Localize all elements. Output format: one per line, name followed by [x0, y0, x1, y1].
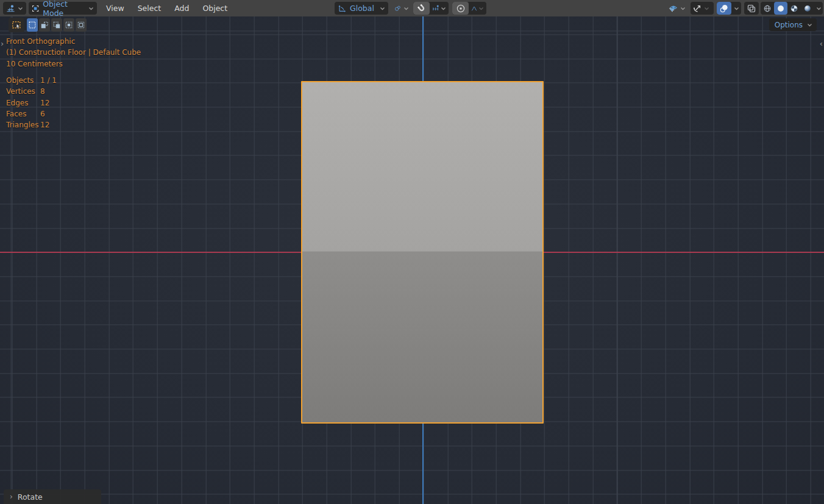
header-menus: View Select Add Object [99, 0, 234, 16]
panel-expand-chevron[interactable]: › [10, 492, 13, 501]
box-select-tool-icon [12, 20, 21, 30]
shading-rendered-button[interactable] [801, 2, 814, 15]
grid-scale-label: 10 Centimeters [6, 59, 141, 69]
options-label: Options [773, 21, 804, 29]
material-preview-icon [790, 4, 798, 13]
active-tool-button[interactable] [9, 18, 24, 32]
viewport-shading-group [761, 2, 823, 15]
shading-dropdown[interactable] [814, 2, 823, 15]
select-mode-subtract[interactable] [51, 18, 62, 32]
solid-icon [776, 4, 785, 13]
menu-add[interactable]: Add [168, 0, 196, 16]
chevron-down-icon [380, 7, 385, 10]
transform-orientation-dropdown[interactable]: Global [335, 2, 388, 15]
snap-with-dropdown[interactable] [430, 2, 449, 15]
proportional-editing-group [452, 2, 486, 15]
pivot-point-dropdown[interactable] [391, 2, 412, 15]
select-mode-group [27, 18, 87, 32]
toggle-xray-icon [747, 4, 756, 13]
show-overlays-toggle[interactable] [717, 2, 731, 15]
overlays-icon [719, 4, 729, 13]
stat-vertices: Vertices 8 [6, 86, 57, 97]
object-visibility-dropdown[interactable] [666, 2, 689, 15]
chevron-down-icon [807, 23, 812, 27]
magnet-icon [417, 4, 427, 13]
stat-triangles: Triangles 12 [6, 119, 57, 130]
view-name-label: Front Orthographic [6, 36, 141, 47]
select-intersect-icon [77, 21, 85, 29]
3d-viewport-canvas[interactable]: Options Front Orthographic (1) Construct… [0, 16, 824, 504]
select-mode-invert[interactable] [63, 18, 74, 32]
blender-window: Object Mode View Select Add Object Globa… [0, 0, 824, 504]
tool-options-dropdown[interactable]: Options [769, 18, 817, 31]
stat-objects: Objects 1 / 1 [6, 75, 57, 86]
tool-settings-bar: Options [0, 18, 824, 32]
select-mode-set[interactable] [27, 18, 38, 32]
proportional-editing-toggle[interactable] [452, 2, 469, 15]
gizmos-icon [692, 4, 702, 13]
shading-solid-button[interactable] [774, 2, 787, 15]
chevron-down-icon [18, 7, 23, 10]
selected-cube-object[interactable] [301, 81, 544, 424]
overlays-group [717, 2, 741, 15]
chevron-down-icon [403, 7, 409, 10]
menu-view[interactable]: View [99, 0, 131, 16]
viewport-info-overlay: Front Orthographic (1) Construction Floo… [6, 36, 141, 69]
overlays-dropdown[interactable] [731, 2, 741, 15]
select-invert-icon [65, 21, 73, 29]
select-set-icon [28, 21, 37, 29]
snap-increments-icon [432, 4, 439, 13]
scene-statistics-overlay: Objects 1 / 1 Vertices 8 Edges 12 Faces … [6, 75, 57, 130]
proportional-editing-icon [456, 4, 466, 13]
object-mode-icon [32, 4, 39, 13]
menu-object[interactable]: Object [196, 0, 234, 16]
gizmos-dropdown[interactable] [691, 2, 714, 15]
object-visibility-eye-icon [669, 4, 678, 13]
mode-selector-dropdown[interactable]: Object Mode [29, 2, 97, 15]
select-mode-intersect[interactable] [76, 18, 87, 32]
global-orientation-icon [338, 4, 346, 13]
snap-toggle-button[interactable] [413, 2, 430, 15]
viewport-header: Object Mode View Select Add Object Globa… [0, 0, 824, 16]
scene-collection-label: (1) Construction Floor | Default Cube [6, 47, 141, 58]
shading-material-button[interactable] [787, 2, 801, 15]
snapping-group [413, 2, 449, 15]
select-extend-icon [40, 21, 49, 29]
shading-wireframe-button[interactable] [761, 2, 774, 15]
transform-orientation-label: Global [349, 4, 375, 13]
3d-viewport-icon [6, 4, 15, 13]
proportional-falloff-dropdown[interactable] [469, 2, 486, 15]
operator-redo-panel[interactable]: › Rotate [4, 489, 101, 504]
chevron-down-icon [816, 7, 822, 10]
rendered-icon [803, 4, 812, 13]
chevron-down-icon [680, 7, 686, 10]
chevron-down-icon [478, 7, 484, 10]
chevron-down-icon [88, 7, 94, 10]
editor-type-button[interactable] [3, 2, 26, 15]
chevron-down-icon [734, 7, 739, 10]
sidebar-expand-chevron[interactable]: ‹ [820, 40, 823, 48]
redo-panel-label: Rotate [18, 492, 43, 502]
pivot-point-icon [394, 4, 401, 13]
chevron-down-icon [704, 7, 709, 10]
stat-faces: Faces 6 [6, 108, 57, 119]
mode-selector-label: Object Mode [41, 0, 86, 18]
toggle-xray-button[interactable] [744, 2, 759, 15]
menu-select[interactable]: Select [131, 0, 168, 16]
stat-edges: Edges 12 [6, 98, 57, 108]
toolbar-expand-chevron[interactable]: › [1, 40, 4, 48]
wireframe-icon [763, 4, 772, 13]
select-mode-extend[interactable] [39, 18, 50, 32]
select-subtract-icon [52, 21, 61, 29]
chevron-down-icon [441, 7, 446, 10]
proportional-falloff-icon [471, 4, 477, 13]
